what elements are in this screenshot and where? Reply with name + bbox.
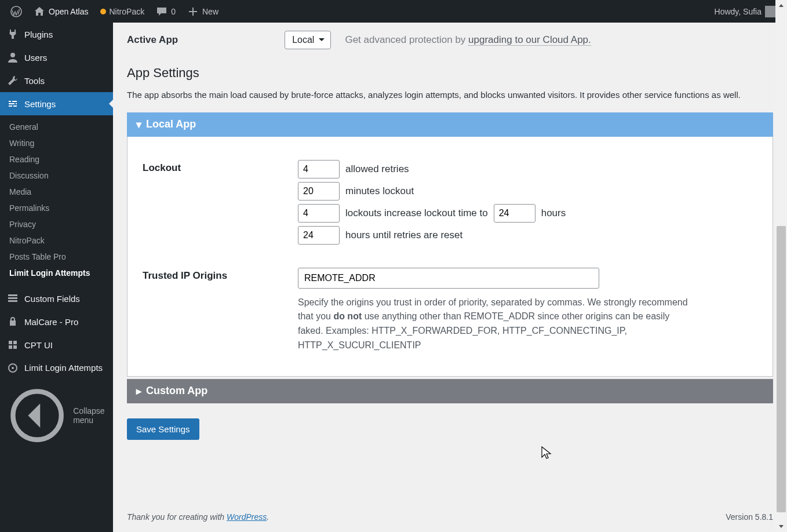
site-name: Open Atlas	[49, 7, 89, 16]
minutes-lockout-text: minutes lockout	[345, 185, 414, 197]
sidebar-item-plugins[interactable]: Plugins	[0, 23, 113, 46]
menu-label: Tools	[24, 76, 45, 86]
sliders-icon	[7, 98, 19, 110]
chevron-down-icon: ▾	[136, 118, 141, 131]
lockout-hours-input[interactable]	[494, 204, 535, 223]
avatar-icon	[765, 6, 777, 17]
upgrade-link[interactable]: upgrading to our Cloud App.	[468, 34, 591, 46]
menu-label: Users	[24, 53, 47, 63]
admin-bar: Open Atlas NitroPack 0 New Howdy, Sufia	[0, 0, 787, 23]
submenu-privacy[interactable]: Privacy	[0, 216, 113, 232]
trusted-ip-input[interactable]	[298, 268, 599, 289]
new-item[interactable]: New	[181, 0, 224, 23]
submenu-general[interactable]: General	[0, 119, 113, 135]
collapse-menu[interactable]: Collapse menu	[0, 380, 113, 451]
nitropack-label: NitroPack	[110, 7, 145, 16]
allowed-retries-text: allowed retries	[345, 163, 409, 175]
panel-title: Custom App	[146, 385, 207, 397]
scroll-down-button[interactable]	[775, 520, 787, 532]
home-icon	[34, 6, 45, 17]
trusted-ip-help: Specify the origins you trust in order o…	[298, 296, 692, 353]
reset-hours-text: hours until retries are reset	[345, 229, 462, 241]
lockouts-text-b: hours	[541, 207, 566, 219]
howdy-text: Howdy, Sufia	[715, 7, 762, 16]
status-dot-icon	[100, 9, 106, 14]
comments-item[interactable]: 0	[150, 0, 181, 23]
site-name-item[interactable]: Open Atlas	[28, 0, 94, 23]
minutes-lockout-input[interactable]	[298, 182, 340, 201]
promo-text: Get advanced protection by upgrading to …	[345, 34, 591, 46]
plug-icon	[7, 28, 19, 40]
menu-label: Settings	[24, 99, 56, 109]
menu-label: Plugins	[24, 30, 53, 39]
submenu-reading[interactable]: Reading	[0, 151, 113, 167]
submenu-media[interactable]: Media	[0, 184, 113, 200]
lock-icon	[7, 316, 19, 327]
menu-label: CPT UI	[24, 340, 53, 350]
admin-sidebar: Plugins Users Tools Settings General Wri…	[0, 23, 113, 532]
save-settings-button[interactable]: Save Settings	[127, 418, 199, 440]
menu-label: MalCare - Pro	[24, 317, 78, 327]
comments-count: 0	[171, 7, 176, 16]
menu-label: Custom Fields	[24, 294, 80, 304]
active-app-select[interactable]: Local	[285, 31, 331, 49]
sidebar-item-settings[interactable]: Settings	[0, 92, 113, 115]
footer-thanks: Thank you for creating with	[127, 512, 227, 522]
nitropack-item[interactable]: NitroPack	[94, 0, 151, 23]
wordpress-link[interactable]: WordPress	[227, 512, 267, 522]
page-heading: App Settings	[127, 65, 773, 81]
lockout-label: Lockout	[143, 160, 298, 174]
scrollbar-thumb[interactable]	[777, 226, 786, 512]
settings-content: Active App Local Get advanced protection…	[113, 23, 787, 532]
svg-point-1	[10, 53, 15, 57]
panel-local-app-body: Lockout allowed retries minutes lockout	[127, 137, 773, 377]
active-app-label: Active App	[127, 34, 178, 46]
wrench-icon	[7, 75, 19, 86]
submenu-discussion[interactable]: Discussion	[0, 167, 113, 184]
blocks-icon	[7, 339, 19, 351]
footer-period: .	[267, 512, 269, 522]
scroll-up-button[interactable]	[775, 0, 787, 12]
sidebar-item-malcare[interactable]: MalCare - Pro	[0, 310, 113, 333]
howdy-item[interactable]: Howdy, Sufia	[709, 0, 782, 23]
submenu-limit-login-attempts[interactable]: Limit Login Attempts	[0, 265, 113, 281]
sidebar-item-limit-login[interactable]: Limit Login Attempts	[0, 356, 113, 380]
panel-local-app-header[interactable]: ▾ Local App	[127, 112, 773, 137]
grid-icon	[7, 293, 19, 304]
lockouts-text-a: lockouts increase lockout time to	[345, 207, 488, 219]
plus-icon	[187, 6, 199, 17]
sidebar-item-cpt-ui[interactable]: CPT UI	[0, 333, 113, 356]
settings-submenu: General Writing Reading Discussion Media…	[0, 115, 113, 287]
sidebar-item-custom-fields[interactable]: Custom Fields	[0, 287, 113, 310]
promo-prefix: Get advanced protection by	[345, 34, 468, 45]
user-icon	[7, 52, 19, 63]
version-text: Version 5.8.1	[726, 512, 773, 522]
panel-custom-app-header[interactable]: ▸ Custom App	[127, 379, 773, 403]
reset-hours-input[interactable]	[298, 226, 340, 245]
footer: Thank you for creating with WordPress. V…	[113, 505, 787, 532]
comment-icon	[156, 6, 167, 17]
panel-title: Local App	[146, 118, 196, 130]
submenu-writing[interactable]: Writing	[0, 135, 113, 151]
lockouts-count-input[interactable]	[298, 204, 340, 223]
new-label: New	[202, 7, 218, 16]
submenu-nitropack[interactable]: NitroPack	[0, 232, 113, 249]
collapse-label: Collapse menu	[73, 406, 106, 425]
submenu-posts-table-pro[interactable]: Posts Table Pro	[0, 249, 113, 265]
menu-label: Limit Login Attempts	[24, 363, 103, 374]
help-b: do not	[333, 311, 362, 321]
collapse-icon	[7, 385, 67, 446]
wp-logo-item[interactable]	[5, 0, 28, 23]
sidebar-item-users[interactable]: Users	[0, 46, 113, 69]
sidebar-item-tools[interactable]: Tools	[0, 69, 113, 92]
trusted-ip-label: Trusted IP Origins	[143, 268, 298, 282]
scrollbar-rail[interactable]	[775, 0, 787, 532]
submenu-permalinks[interactable]: Permalinks	[0, 200, 113, 216]
page-description: The app absorbs the main load caused by …	[127, 89, 773, 102]
chevron-right-icon: ▸	[136, 385, 141, 398]
target-icon	[7, 362, 19, 374]
svg-point-3	[12, 367, 14, 369]
allowed-retries-input[interactable]	[298, 160, 340, 178]
wordpress-icon	[10, 6, 22, 17]
